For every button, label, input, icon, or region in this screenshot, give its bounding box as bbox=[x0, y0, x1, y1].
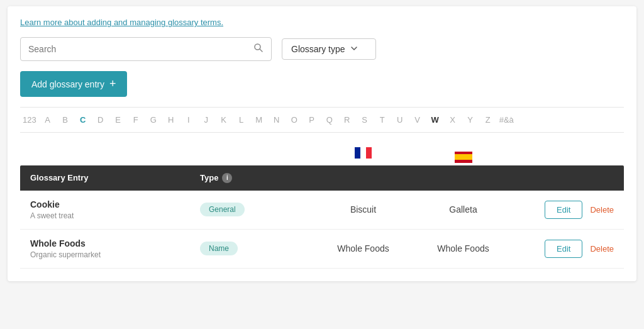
es-translation-1: Whole Foods bbox=[413, 243, 513, 254]
help-link[interactable]: Learn more about adding and managing glo… bbox=[20, 18, 223, 27]
alpha-l[interactable]: L bbox=[233, 114, 250, 126]
delete-link-0[interactable]: Delete bbox=[590, 205, 614, 215]
type-badge-1: Name bbox=[200, 242, 238, 255]
entry-name-1: Whole Foods bbox=[30, 238, 200, 248]
alpha-z[interactable]: Z bbox=[479, 114, 497, 126]
alpha-w[interactable]: W bbox=[426, 114, 444, 126]
alpha-h[interactable]: H bbox=[162, 114, 180, 126]
table-row: Cookie A sweet treat General Biscuit Gal… bbox=[20, 191, 624, 230]
alpha-x[interactable]: X bbox=[444, 114, 462, 126]
alpha-a[interactable]: A bbox=[39, 114, 57, 126]
entry-desc-0: A sweet treat bbox=[30, 211, 200, 220]
actions-cell-1: Edit Delete bbox=[513, 240, 614, 258]
type-info-icon[interactable]: i bbox=[222, 173, 232, 183]
delete-link-1[interactable]: Delete bbox=[590, 244, 614, 254]
flags-row bbox=[20, 143, 624, 165]
alpha-g[interactable]: G bbox=[145, 114, 162, 126]
entry-name-0: Cookie bbox=[30, 199, 200, 209]
spanish-flag-icon bbox=[455, 145, 472, 163]
alpha-p[interactable]: P bbox=[303, 114, 321, 126]
search-box bbox=[20, 37, 272, 61]
glossary-type-dropdown[interactable]: Glossary type bbox=[282, 38, 376, 60]
entry-cell-0: Cookie A sweet treat bbox=[30, 199, 200, 220]
alpha-e[interactable]: E bbox=[109, 114, 127, 126]
french-flag-icon bbox=[355, 147, 372, 161]
spanish-flag-cell bbox=[413, 145, 513, 163]
alpha-t[interactable]: T bbox=[374, 114, 391, 126]
add-glossary-entry-button[interactable]: Add glossary entry + bbox=[20, 71, 127, 97]
alpha-n[interactable]: N bbox=[268, 114, 286, 126]
entry-desc-1: Organic supermarket bbox=[30, 250, 200, 259]
alpha-i[interactable]: I bbox=[180, 114, 197, 126]
table-body: Cookie A sweet treat General Biscuit Gal… bbox=[20, 191, 624, 269]
type-badge-0: General bbox=[200, 203, 245, 216]
alpha-o[interactable]: O bbox=[286, 114, 303, 126]
alpha-v[interactable]: V bbox=[409, 114, 426, 126]
entry-cell-1: Whole Foods Organic supermarket bbox=[30, 238, 200, 259]
fr-translation-1: Whole Foods bbox=[313, 243, 413, 254]
plus-icon: + bbox=[109, 77, 116, 91]
glossary-type-label: Glossary type bbox=[291, 44, 345, 54]
alpha-123[interactable]: 123 bbox=[20, 114, 39, 126]
es-translation-0: Galleta bbox=[413, 204, 513, 215]
alpha-u[interactable]: U bbox=[391, 114, 409, 126]
search-input[interactable] bbox=[28, 44, 253, 54]
table-row: Whole Foods Organic supermarket Name Who… bbox=[20, 230, 624, 269]
svg-line-1 bbox=[260, 49, 262, 52]
alpha-j[interactable]: J bbox=[197, 114, 215, 126]
table-header: Glossary Entry Type i bbox=[20, 165, 624, 191]
alpha-d[interactable]: D bbox=[92, 114, 109, 126]
add-entry-label: Add glossary entry bbox=[31, 79, 104, 89]
search-icon bbox=[253, 43, 264, 55]
alpha-y[interactable]: Y bbox=[462, 114, 479, 126]
actions-cell-0: Edit Delete bbox=[513, 201, 614, 219]
alpha-r[interactable]: R bbox=[338, 114, 356, 126]
alpha-m[interactable]: M bbox=[250, 114, 268, 126]
alpha-b[interactable]: B bbox=[57, 114, 74, 126]
alpha-s[interactable]: S bbox=[356, 114, 374, 126]
toolbar: Glossary type bbox=[20, 37, 624, 61]
type-cell-0: General bbox=[200, 203, 313, 216]
chevron-down-icon bbox=[350, 44, 358, 54]
type-cell-1: Name bbox=[200, 242, 313, 255]
fr-translation-0: Biscuit bbox=[313, 204, 413, 215]
alphabet-bar: 123ABCDEFGHIJKLMNOPQRSTUVWXYZ#&à bbox=[20, 107, 624, 133]
alpha-special[interactable]: #&à bbox=[497, 114, 516, 126]
alpha-f[interactable]: F bbox=[127, 114, 145, 126]
alpha-k[interactable]: K bbox=[215, 114, 233, 126]
french-flag-cell bbox=[313, 145, 413, 163]
col-entry: Glossary Entry bbox=[30, 173, 200, 182]
col-type: Type i bbox=[200, 173, 313, 183]
alpha-c[interactable]: C bbox=[74, 114, 92, 126]
main-container: Learn more about adding and managing glo… bbox=[8, 6, 636, 281]
edit-button-0[interactable]: Edit bbox=[545, 201, 582, 219]
edit-button-1[interactable]: Edit bbox=[545, 240, 582, 258]
alpha-q[interactable]: Q bbox=[321, 114, 338, 126]
